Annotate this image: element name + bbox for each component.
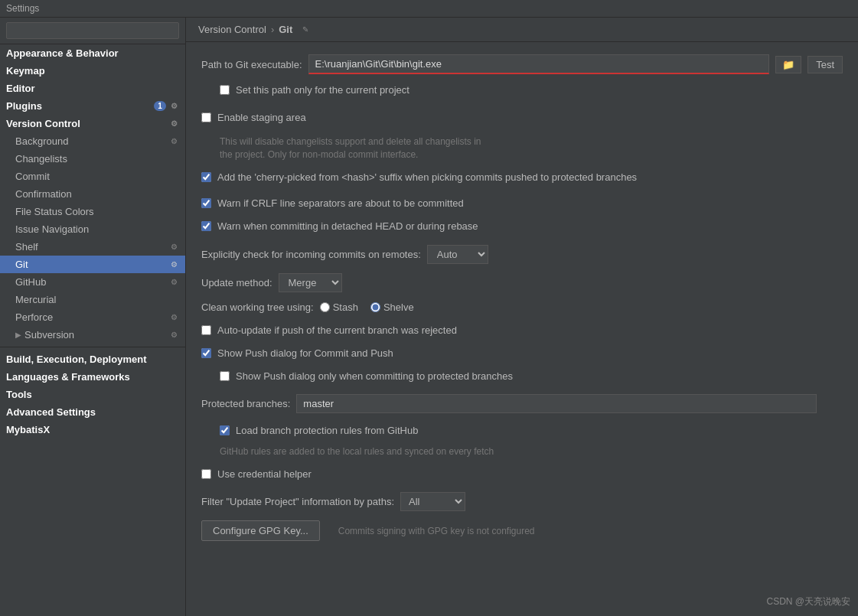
sidebar-item-background[interactable]: Background ⚙ (0, 132, 185, 150)
show-push-dialog-label[interactable]: Show Push dialog for Commit and Push (217, 347, 393, 360)
sidebar-item-subversion[interactable]: ▶ Subversion ⚙ (0, 326, 185, 344)
git-settings-icon: ⚙ (168, 259, 179, 270)
path-input-container: 📁 (308, 54, 802, 74)
perforce-settings-icon: ⚙ (168, 312, 179, 323)
plugins-settings-icon: ⚙ (168, 101, 179, 112)
sidebar-item-version-control[interactable]: Version Control ⚙ (0, 115, 185, 132)
sidebar-item-plugins-label: Plugins (6, 100, 42, 112)
breadcrumb-part2: Git (279, 24, 292, 35)
warn-crlf-checkbox[interactable] (201, 198, 211, 208)
clean-shelve-option[interactable]: Shelve (370, 301, 414, 313)
warn-detached-label[interactable]: Warn when committing in detached HEAD or… (217, 220, 478, 233)
shelf-right-icons: ⚙ (168, 242, 179, 253)
staging-hint: This will disable changelists support an… (220, 135, 843, 161)
show-push-protected-checkbox[interactable] (220, 371, 230, 381)
sidebar-item-build-execution-label: Build, Execution, Deployment (6, 354, 146, 365)
enable-staging-row: Enable staging area (201, 109, 843, 126)
github-right-icons: ⚙ (168, 277, 179, 288)
filter-update-label: Filter "Update Project" information by p… (201, 496, 394, 507)
breadcrumb-part1[interactable]: Version Control (198, 24, 266, 35)
path-input[interactable] (308, 54, 770, 74)
github-settings-icon: ⚙ (168, 277, 179, 288)
set-path-checkbox[interactable] (220, 85, 230, 95)
clean-tree-radio-group: Stash Shelve (320, 301, 414, 313)
clean-shelve-label[interactable]: Shelve (383, 301, 414, 313)
browse-button[interactable]: 📁 (775, 56, 801, 73)
git-right-icons: ⚙ (168, 259, 179, 270)
subversion-right-icons: ⚙ (168, 330, 179, 341)
sidebar-item-issue-navigation[interactable]: Issue Navigation (0, 220, 185, 238)
github-rules-hint: GitHub rules are added to the local rule… (220, 445, 843, 458)
auto-update-label[interactable]: Auto-update if push of the current branc… (217, 324, 457, 337)
clean-stash-option[interactable]: Stash (320, 301, 358, 313)
sidebar-item-appearance[interactable]: Appearance & Behavior (0, 44, 185, 62)
background-settings-icon: ⚙ (168, 136, 179, 147)
sidebar-item-github[interactable]: GitHub ⚙ (0, 273, 185, 291)
sidebar-item-tools-label: Tools (6, 389, 32, 400)
sidebar-search-input[interactable] (6, 22, 179, 39)
background-right-icons: ⚙ (168, 136, 179, 147)
set-path-label[interactable]: Set this path only for the current proje… (236, 83, 409, 97)
sidebar-item-editor[interactable]: Editor (0, 80, 185, 97)
filter-update-row: Filter "Update Project" information by p… (201, 492, 843, 511)
sidebar-item-version-control-label: Version Control (6, 118, 80, 129)
sidebar-item-plugins[interactable]: Plugins 1 ⚙ (0, 97, 185, 115)
sidebar-item-keymap[interactable]: Keymap (0, 62, 185, 80)
clean-stash-radio[interactable] (320, 302, 330, 312)
sidebar-item-file-status-colors[interactable]: File Status Colors (0, 203, 185, 220)
enable-staging-checkbox[interactable] (201, 112, 211, 122)
clean-stash-label[interactable]: Stash (333, 301, 358, 313)
sidebar-item-tools[interactable]: Tools (0, 386, 185, 403)
sidebar-item-git[interactable]: Git ⚙ (0, 256, 185, 273)
warn-detached-row: Warn when committing in detached HEAD or… (201, 218, 843, 235)
top-bar: Settings (0, 0, 858, 18)
sidebar-item-shelf[interactable]: Shelf ⚙ (0, 238, 185, 256)
warn-crlf-label[interactable]: Warn if CRLF line separators are about t… (217, 197, 464, 210)
load-branch-protection-label[interactable]: Load branch protection rules from GitHub (236, 424, 418, 438)
auto-update-checkbox[interactable] (201, 325, 211, 335)
sidebar-item-perforce[interactable]: Perforce ⚙ (0, 308, 185, 326)
cherry-pick-label[interactable]: Add the 'cherry-picked from <hash>' suff… (217, 171, 637, 184)
warn-detached-checkbox[interactable] (201, 221, 211, 231)
staging-hint-text: This will disable changelists support an… (220, 136, 481, 160)
update-method-select[interactable]: Merge Rebase (279, 273, 342, 292)
plugins-right-icons: 1 ⚙ (154, 101, 179, 112)
enable-staging-label[interactable]: Enable staging area (217, 111, 306, 125)
sidebar-item-mybatisx[interactable]: MybatisX (0, 421, 185, 438)
credential-helper-label[interactable]: Use credential helper (217, 468, 312, 481)
sidebar-item-commit[interactable]: Commit (0, 168, 185, 185)
credential-helper-checkbox[interactable] (201, 469, 211, 479)
auto-update-row: Auto-update if push of the current branc… (201, 322, 843, 339)
content-area: Path to Git executable: 📁 Test Set this … (186, 42, 858, 561)
sidebar-item-confirmation[interactable]: Confirmation (0, 185, 185, 203)
gpg-note: Commits signing with GPG key is not conf… (338, 526, 535, 536)
configure-gpg-row: Configure GPG Key... Commits signing wit… (201, 520, 843, 541)
configure-gpg-button[interactable]: Configure GPG Key... (201, 520, 320, 541)
show-push-dialog-checkbox[interactable] (201, 348, 211, 358)
sidebar-item-languages[interactable]: Languages & Frameworks (0, 368, 185, 386)
check-incoming-select[interactable]: Auto Always Never (427, 245, 488, 264)
sidebar-item-appearance-label: Appearance & Behavior (6, 47, 119, 59)
sidebar-item-shelf-label: Shelf (15, 241, 38, 253)
load-branch-protection-checkbox[interactable] (220, 425, 230, 435)
sidebar-item-github-label: GitHub (15, 276, 46, 288)
clean-shelve-radio[interactable] (370, 302, 380, 312)
test-button[interactable]: Test (807, 56, 843, 73)
sidebar-item-build-execution[interactable]: Build, Execution, Deployment (0, 350, 185, 368)
sidebar-item-file-status-colors-label: File Status Colors (15, 206, 94, 217)
sidebar-item-languages-label: Languages & Frameworks (6, 371, 130, 383)
sidebar-item-changelists[interactable]: Changelists (0, 150, 185, 168)
sidebar-item-advanced-settings[interactable]: Advanced Settings (0, 403, 185, 421)
sidebar-item-issue-navigation-label: Issue Navigation (15, 223, 89, 235)
browse-folder-icon: 📁 (782, 59, 794, 70)
sidebar-item-confirmation-label: Confirmation (15, 188, 72, 200)
show-push-protected-row: Show Push dialog only when committing to… (220, 368, 843, 385)
show-push-protected-label[interactable]: Show Push dialog only when committing to… (236, 370, 513, 383)
sidebar-item-mercurial[interactable]: Mercurial (0, 291, 185, 308)
protected-branches-input[interactable] (296, 394, 817, 413)
filter-update-select[interactable]: All Selected None (400, 492, 465, 511)
cherry-pick-checkbox[interactable] (201, 172, 211, 182)
main-content: Version Control › Git ✎ Path to Git exec… (186, 18, 858, 616)
sidebar-item-git-label: Git (15, 259, 28, 270)
breadcrumb-edit-icon[interactable]: ✎ (300, 24, 311, 35)
